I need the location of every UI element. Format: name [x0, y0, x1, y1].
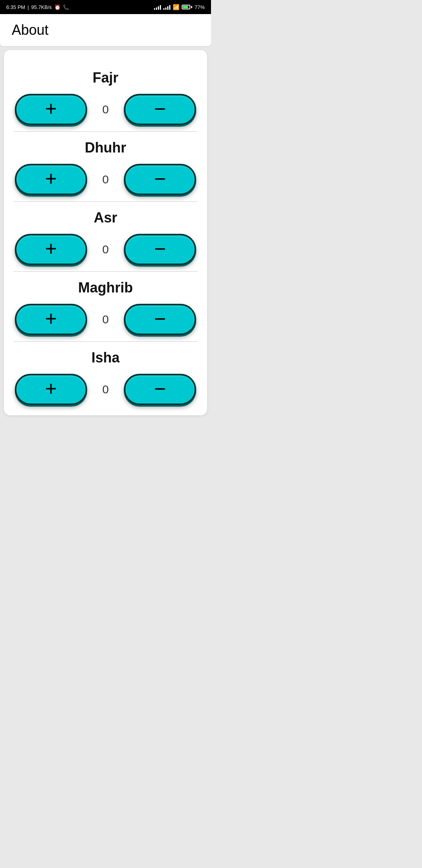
plus-icon-maghrib: +: [45, 308, 57, 329]
increment-maghrib-button[interactable]: +: [15, 304, 87, 335]
prayer-name-fajr: Fajr: [13, 70, 198, 86]
decrement-maghrib-button[interactable]: −: [124, 304, 196, 335]
count-dhuhr: 0: [98, 173, 113, 186]
prayer-section-maghrib: Maghrib + 0 −: [13, 271, 198, 341]
count-fajr: 0: [98, 103, 113, 116]
increment-fajr-button[interactable]: +: [15, 94, 87, 125]
battery-icon: [182, 5, 192, 9]
status-left: 6:35 PM | 95.7KB/s ⏰ 📞: [6, 4, 69, 10]
count-isha: 0: [98, 383, 113, 396]
minus-icon-asr: −: [154, 239, 166, 259]
prayer-name-asr: Asr: [13, 210, 198, 226]
wifi-icon: 📶: [173, 4, 179, 10]
main-card: Fajr + 0 − Dhuhr + 0 − Asr +: [4, 50, 207, 415]
count-maghrib: 0: [98, 313, 113, 326]
count-asr: 0: [98, 243, 113, 256]
alarm-icon: ⏰: [54, 4, 61, 10]
data-speed-label: |: [27, 4, 29, 10]
prayer-name-dhuhr: Dhuhr: [13, 140, 198, 156]
battery-body: [182, 5, 190, 9]
plus-icon-dhuhr: +: [45, 169, 57, 189]
decrement-dhuhr-button[interactable]: −: [124, 164, 196, 195]
decrement-isha-button[interactable]: −: [124, 374, 196, 405]
counter-row-dhuhr: + 0 −: [13, 164, 198, 195]
signal-bars-1: [154, 4, 161, 10]
increment-asr-button[interactable]: +: [15, 234, 87, 265]
counter-row-isha: + 0 −: [13, 374, 198, 405]
header: About: [0, 14, 211, 46]
increment-isha-button[interactable]: +: [15, 374, 87, 405]
plus-icon-isha: +: [45, 378, 57, 399]
plus-icon-fajr: +: [45, 99, 57, 119]
status-bar: 6:35 PM | 95.7KB/s ⏰ 📞 📶: [0, 0, 211, 14]
prayer-section-dhuhr: Dhuhr + 0 −: [13, 131, 198, 201]
prayer-section-fajr: Fajr + 0 −: [13, 62, 198, 131]
increment-dhuhr-button[interactable]: +: [15, 164, 87, 195]
decrement-fajr-button[interactable]: −: [124, 94, 196, 125]
data-speed-value: 95.7KB/s: [31, 4, 52, 10]
counter-row-fajr: + 0 −: [13, 94, 198, 125]
battery-tip: [191, 6, 192, 8]
status-right: 📶 77%: [154, 4, 205, 10]
counter-row-asr: + 0 −: [13, 234, 198, 265]
prayer-name-maghrib: Maghrib: [13, 280, 198, 296]
battery-fill: [183, 6, 188, 8]
prayer-section-asr: Asr + 0 −: [13, 201, 198, 271]
signal-bars-2: [163, 4, 170, 10]
minus-icon-fajr: −: [154, 99, 166, 119]
minus-icon-dhuhr: −: [154, 169, 166, 189]
call-icon: 📞: [63, 4, 69, 10]
battery-label: 77%: [195, 4, 205, 10]
counter-row-maghrib: + 0 −: [13, 304, 198, 335]
prayer-name-isha: Isha: [13, 350, 198, 366]
decrement-asr-button[interactable]: −: [124, 234, 196, 265]
page-title: About: [12, 22, 48, 38]
time-label: 6:35 PM: [6, 4, 25, 10]
prayer-section-isha: Isha + 0 −: [13, 341, 198, 411]
plus-icon-asr: +: [45, 239, 57, 259]
minus-icon-isha: −: [154, 378, 166, 399]
minus-icon-maghrib: −: [154, 308, 166, 329]
